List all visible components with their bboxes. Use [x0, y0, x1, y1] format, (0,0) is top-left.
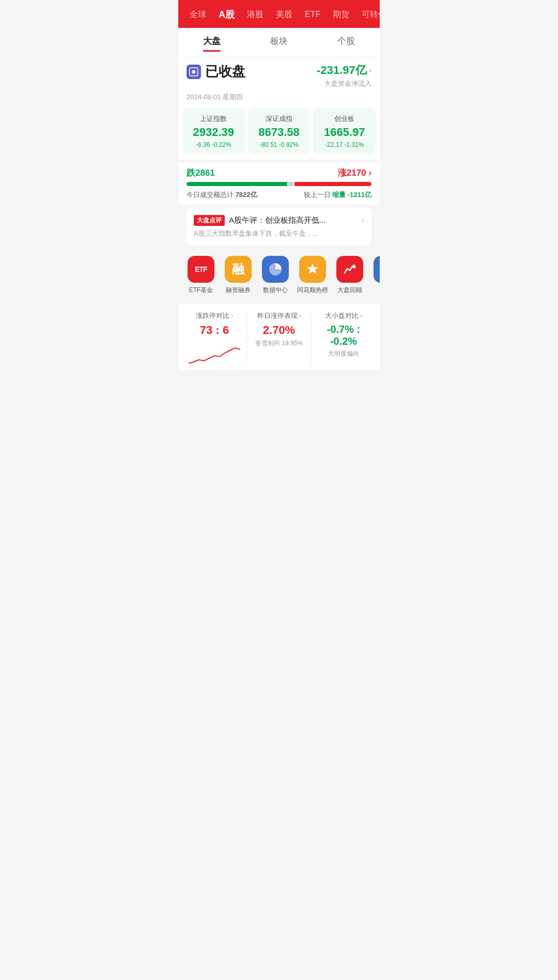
index-change-1: -80.51 -0.92% [252, 141, 306, 148]
shortcut-icon-more: 选 [374, 256, 380, 283]
stats-row: 涨跌停对比 › 73 : 6 昨日涨停表现 › 2.70% 香雪制药 19.95… [182, 311, 376, 366]
svg-marker-2 [307, 264, 318, 274]
shortcut-hot[interactable]: 同花顺热榜 [294, 256, 331, 295]
stat-title-0: 涨跌停对比 › [184, 311, 244, 320]
tab-sector[interactable]: 板块 [270, 35, 288, 52]
stat-sub-2: 无明显偏向 [314, 349, 374, 358]
index-card-shenzhen[interactable]: 深证成指 8673.58 -80.51 -0.92% [248, 108, 311, 154]
stat-rise-fall-ratio[interactable]: 涨跌停对比 › 73 : 6 [182, 311, 246, 366]
rise-fall-section: 跌2861 涨2170 › 今日成交额总计 7822亿 较上一日 缩量 -121… [178, 163, 380, 205]
stat-value-1: 2.70% [249, 324, 309, 337]
commentary-title: A股午评：创业板指高开低... [229, 216, 357, 225]
nav-etf[interactable]: ETF [299, 8, 327, 21]
commentary-header: 大盘点评 A股午评：创业板指高开低... › [194, 215, 364, 226]
index-value-0: 2932.39 [187, 126, 241, 139]
index-name-1: 深证成指 [252, 114, 306, 124]
stat-chevron-0: › [231, 312, 233, 319]
status-left: 已收盘 [187, 63, 245, 81]
index-cards: 上证指数 2932.39 -6.36 -0.22% 深证成指 8673.58 -… [178, 108, 380, 160]
rise-fall-numbers: 跌2861 涨2170 › [187, 167, 371, 179]
shortcut-icon-etf: ETF [188, 256, 214, 283]
nav-us[interactable]: 美股 [270, 7, 299, 22]
svg-marker-4 [353, 264, 357, 267]
stat-yesterday-limit[interactable]: 昨日涨停表现 › 2.70% 香雪制药 19.95% [247, 311, 311, 366]
status-bar: 已收盘 -231.97亿 › 大盘资金净流入 [178, 56, 380, 93]
top-nav: 全球 A股 港股 美股 ETF 期货 可转债 其他 [178, 0, 380, 28]
status-right[interactable]: -231.97亿 › 大盘资金净流入 [317, 63, 371, 88]
bottom-stats: 涨跌停对比 › 73 : 6 昨日涨停表现 › 2.70% 香雪制药 19.95… [178, 304, 380, 370]
net-flow-label: 大盘资金净流入 [317, 79, 371, 88]
status-label: 已收盘 [205, 63, 245, 81]
volume-line: 今日成交额总计 7822亿 较上一日 缩量 -1211亿 [187, 190, 371, 200]
shortcut-label-rong: 融资融券 [226, 286, 251, 295]
shortcut-icon-review [336, 256, 363, 283]
net-flow-value: -231.97亿 [317, 63, 367, 78]
volume-label: 今日成交额总计 7822亿 [187, 190, 257, 200]
nav-global[interactable]: 全球 [183, 7, 212, 22]
shortcut-icon-rong: 融 [225, 256, 252, 283]
shortcuts-row: ETF ETF基金 融 融资融券 数据中心 同花顺热榜 [178, 249, 380, 301]
tab-market[interactable]: 大盘 [203, 35, 221, 52]
bar-red [295, 182, 371, 186]
shortcut-label-etf: ETF基金 [189, 286, 213, 295]
rise-fall-bar [187, 182, 371, 186]
status-icon [187, 65, 201, 79]
svg-point-1 [192, 70, 196, 73]
shortcut-label-review: 大盘回顾 [337, 286, 362, 295]
shortcut-etf[interactable]: ETF ETF基金 [182, 256, 220, 295]
index-value-1: 8673.58 [252, 126, 306, 139]
index-name-0: 上证指数 [187, 114, 241, 124]
stat-title-1: 昨日涨停表现 › [249, 311, 309, 320]
index-card-chinext[interactable]: 创业板 1665.97 -22.17 -1.31% [313, 108, 376, 154]
nav-convertible[interactable]: 可转债 [355, 7, 380, 22]
shortcut-icon-hot [299, 256, 326, 283]
commentary-subtitle: A股三大指数早盘集体下跌，截至午盘，... [194, 229, 364, 238]
shortcut-data[interactable]: 数据中心 [257, 256, 294, 295]
index-change-2: -22.17 -1.31% [317, 141, 371, 148]
shortcut-review[interactable]: 大盘回顾 [331, 256, 368, 295]
nav-hk[interactable]: 港股 [241, 7, 270, 22]
tab-stocks[interactable]: 个股 [337, 35, 355, 52]
fall-count: 跌2861 [187, 167, 215, 179]
sub-tabs: 大盘 板块 个股 [178, 28, 380, 56]
shortcut-label-data: 数据中心 [263, 286, 288, 295]
commentary-card[interactable]: 大盘点评 A股午评：创业板指高开低... › A股三大指数早盘集体下跌，截至午盘… [187, 208, 371, 246]
bar-gray [288, 182, 294, 186]
bar-green [187, 182, 287, 186]
stat-large-small[interactable]: 大小盘对比 › -0.7% : -0.2% 无明显偏向 [312, 311, 376, 366]
mini-chart-0 [189, 340, 240, 366]
nav-a-shares[interactable]: A股 [212, 6, 241, 23]
stat-chevron-2: › [360, 312, 362, 319]
stat-value-0: 73 : 6 [184, 324, 244, 337]
stat-sub-1: 香雪制药 19.95% [249, 339, 309, 348]
stat-chevron-1: › [299, 312, 301, 319]
index-name-2: 创业板 [317, 114, 371, 124]
index-card-shanghai[interactable]: 上证指数 2932.39 -6.36 -0.22% [182, 108, 245, 154]
shortcut-label-hot: 同花顺热榜 [297, 286, 328, 295]
stat-value-2: -0.7% : -0.2% [314, 324, 374, 347]
nav-futures[interactable]: 期货 [327, 7, 355, 22]
stat-title-2: 大小盘对比 › [314, 311, 374, 320]
net-flow-chevron: › [369, 66, 371, 75]
commentary-chevron-icon: › [361, 215, 364, 226]
rise-count[interactable]: 涨2170 › [338, 167, 371, 179]
index-value-2: 1665.97 [317, 126, 371, 139]
volume-compare: 较上一日 缩量 -1211亿 [304, 190, 372, 200]
date-line: 2024-08-01 星期四 [178, 93, 380, 108]
shortcut-more[interactable]: 选 选... [368, 256, 380, 295]
shortcut-icon-data [262, 256, 289, 283]
commentary-tag: 大盘点评 [194, 215, 225, 226]
index-change-0: -6.36 -0.22% [187, 141, 241, 148]
shortcut-margin[interactable]: 融 融资融券 [220, 256, 257, 295]
